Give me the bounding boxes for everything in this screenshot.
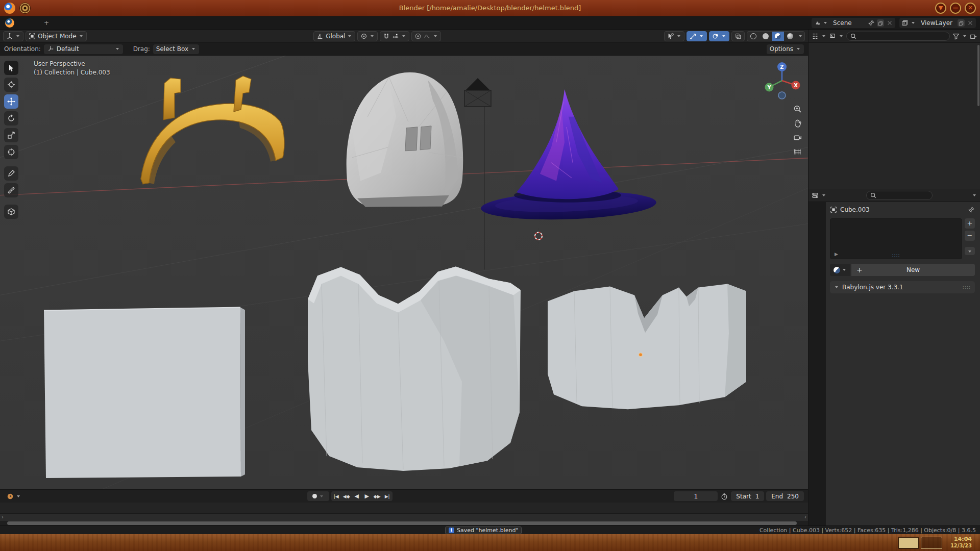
- slot-specials-button[interactable]: [965, 247, 975, 255]
- workspace-1[interactable]: [898, 537, 919, 549]
- material-slot-list[interactable]: ▶ ::::: [830, 218, 962, 259]
- channel-expander-icon[interactable]: ›: [2, 514, 4, 520]
- tool-scale[interactable]: [4, 128, 18, 142]
- pin-id-icon[interactable]: [968, 206, 975, 213]
- next-keyframe-button[interactable]: ◆▶: [372, 491, 382, 501]
- outliner-editor-icon[interactable]: [812, 33, 819, 40]
- shading-dropdown[interactable]: [796, 32, 804, 41]
- shading-wireframe-button[interactable]: [747, 32, 760, 41]
- frame-start-field[interactable]: Start 1: [731, 491, 764, 501]
- timeline-editor-type-button[interactable]: [4, 491, 23, 502]
- clock[interactable]: 14:04 12/3/23: [950, 536, 972, 548]
- xray-toggle[interactable]: [731, 31, 745, 41]
- properties-content: Cube.003 ▶ :::: + −: [826, 202, 980, 525]
- new-viewlayer-button[interactable]: [958, 19, 965, 27]
- pan-hand-icon[interactable]: [793, 119, 802, 128]
- tool-move[interactable]: [4, 94, 18, 109]
- proportional-edit-group[interactable]: [411, 31, 441, 41]
- object-mode-icon: [29, 33, 36, 40]
- jump-to-end-button[interactable]: ▶|: [382, 491, 393, 501]
- tool-transform[interactable]: [4, 145, 18, 159]
- properties-header: [808, 189, 980, 202]
- properties-editor-icon[interactable]: [812, 192, 819, 199]
- tool-annotate[interactable]: [4, 166, 18, 181]
- tool-add-cube[interactable]: [4, 205, 18, 219]
- timeline-scroll-thumb[interactable]: [7, 521, 797, 525]
- outliner-search-input[interactable]: [846, 32, 950, 41]
- editor-type-button[interactable]: [3, 31, 23, 41]
- properties-search-input[interactable]: [866, 191, 933, 200]
- babylon-panel-header[interactable]: Babylon.js ver 3.3.1 ::::: [830, 281, 975, 293]
- babylon-panel-label: Babylon.js ver 3.3.1: [842, 284, 903, 291]
- slot-expander-icon[interactable]: ▶: [835, 252, 838, 257]
- tool-measure[interactable]: [4, 183, 18, 197]
- unlink-scene-icon[interactable]: [886, 19, 893, 27]
- flat-slab-mesh: [44, 307, 245, 478]
- browse-material-dropdown[interactable]: [830, 264, 850, 276]
- drag-label: Drag:: [133, 45, 150, 53]
- camera-view-icon[interactable]: [793, 133, 802, 142]
- toggle-grid-icon[interactable]: [793, 147, 802, 156]
- new-material-label: New: [906, 266, 920, 273]
- display-mode-icon[interactable]: [829, 33, 836, 40]
- jump-to-start-button[interactable]: |◀: [331, 491, 341, 501]
- shading-solid-button[interactable]: [760, 32, 772, 41]
- workspace-2[interactable]: [921, 537, 942, 549]
- add-workspace-button[interactable]: +: [40, 17, 53, 29]
- add-slot-button[interactable]: +: [965, 218, 975, 229]
- pin-icon[interactable]: [868, 19, 875, 27]
- transform-orientation-dropdown[interactable]: Global: [313, 31, 355, 41]
- report-text: Saved "helmet.blend": [457, 527, 518, 534]
- navigation-gizmo[interactable]: Z Y X: [760, 59, 804, 103]
- object-breadcrumb-icon: [830, 206, 837, 213]
- zoom-icon[interactable]: [793, 105, 802, 113]
- overlays-icon: [712, 33, 719, 40]
- options-button[interactable]: Options: [767, 44, 804, 54]
- shading-material-preview-button[interactable]: [772, 32, 784, 41]
- orientation-default-dropdown[interactable]: Default: [44, 44, 123, 54]
- outliner-scrollbar[interactable]: [977, 45, 979, 106]
- auto-keying-button[interactable]: [307, 491, 329, 501]
- new-material-button[interactable]: + New: [851, 264, 975, 276]
- timeline-scrollbar[interactable]: [0, 521, 808, 525]
- shading-rendered-button[interactable]: [784, 32, 796, 41]
- new-scene-button[interactable]: [877, 19, 884, 27]
- tool-select-box[interactable]: [4, 61, 18, 75]
- drag-value: Select Box: [156, 45, 188, 53]
- snap-group[interactable]: [380, 31, 409, 41]
- prev-keyframe-button[interactable]: ◀◆: [341, 491, 352, 501]
- remove-viewlayer-icon[interactable]: [967, 19, 974, 27]
- show-overlays-toggle[interactable]: [709, 31, 729, 41]
- clock-editor-icon: [7, 493, 14, 500]
- pivot-point-dropdown[interactable]: [357, 31, 378, 41]
- drag-dropdown[interactable]: Select Box: [153, 44, 199, 54]
- timeline-track-area[interactable]: › ‹: [0, 514, 808, 521]
- workspace-pager[interactable]: [898, 537, 942, 549]
- play-reverse-button[interactable]: ◀: [352, 491, 362, 501]
- current-frame-field[interactable]: 1: [674, 491, 718, 501]
- viewlayer-selector[interactable]: ViewLayer: [899, 18, 976, 28]
- region-collapse-icon[interactable]: ‹: [804, 514, 806, 520]
- filter-funnel-icon[interactable]: [952, 33, 960, 40]
- tool-rotate[interactable]: [4, 111, 18, 126]
- 3d-viewport[interactable]: User Perspective (1) Collection | Cube.0…: [0, 56, 808, 489]
- report-message[interactable]: i Saved "helmet.blend": [445, 527, 522, 534]
- play-button[interactable]: ▶: [362, 491, 372, 501]
- properties-options-chevron[interactable]: [973, 194, 976, 196]
- new-collection-button[interactable]: [970, 33, 977, 40]
- remove-slot-button[interactable]: −: [965, 231, 975, 241]
- outliner-editor: [808, 30, 980, 189]
- blender-logo-icon[interactable]: [5, 18, 14, 28]
- timeline-ruler[interactable]: [0, 503, 808, 514]
- tool-cursor[interactable]: [4, 78, 18, 92]
- viewlayer-icon: [901, 19, 909, 27]
- stopwatch-icon[interactable]: [721, 493, 728, 500]
- mode-selector[interactable]: Object Mode: [26, 31, 87, 41]
- scene-selector[interactable]: Scene: [812, 18, 895, 28]
- show-object-types-dropdown[interactable]: [664, 31, 684, 41]
- show-gizmo-toggle[interactable]: [687, 31, 707, 41]
- menu-file[interactable]: [18, 21, 29, 25]
- frame-end-field[interactable]: End 250: [766, 491, 804, 501]
- resize-grip-icon[interactable]: ::::: [892, 253, 900, 258]
- status-bar: i Saved "helmet.blend" Collection | Cube…: [0, 525, 980, 534]
